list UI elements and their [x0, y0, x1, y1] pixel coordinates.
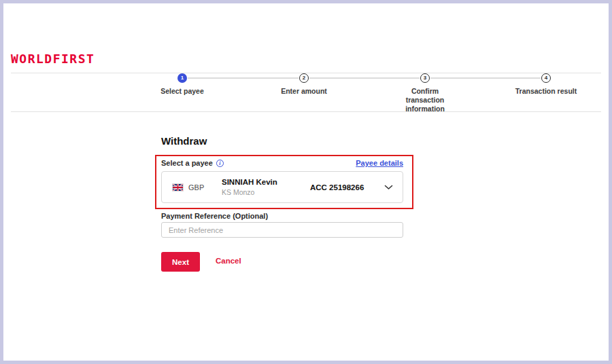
step-4-label: Transaction result — [509, 87, 583, 96]
payee-currency: GBP — [188, 183, 204, 192]
payee-bank: KS Monzo — [222, 188, 310, 196]
payment-reference-label: Payment Reference (Optional) — [161, 212, 268, 220]
withdraw-page: { "brand": { "name": "WORLDFIRST" }, "co… — [0, 0, 612, 364]
payee-name: SINNIAH Kevin — [222, 178, 310, 186]
step-enter-amount: 2 Enter amount — [267, 73, 341, 96]
step-confirm-transaction: 3 Confirm transaction information — [388, 73, 462, 113]
step-4-circle: 4 — [541, 73, 551, 83]
uk-flag-icon — [172, 183, 184, 192]
step-1-circle: 1 — [177, 73, 187, 83]
page-title: Withdraw — [161, 135, 207, 147]
stepper-divider — [11, 111, 601, 112]
chevron-down-icon[interactable] — [384, 185, 403, 190]
info-icon[interactable]: i — [216, 160, 224, 167]
payee-details-link[interactable]: Payee details — [356, 159, 403, 167]
step-3-label: Confirm transaction information — [401, 87, 449, 113]
cancel-button[interactable]: Cancel — [216, 257, 241, 265]
worldfirst-logo: WORLDFIRST — [11, 52, 95, 66]
next-button[interactable]: Next — [161, 252, 200, 272]
step-2-circle: 2 — [299, 73, 309, 83]
step-transaction-result: 4 Transaction result — [509, 73, 583, 96]
payment-reference-input[interactable] — [161, 222, 403, 238]
select-payee-label: Select a payee i — [161, 159, 224, 167]
payee-currency-group: GBP — [162, 183, 222, 192]
payee-select-dropdown[interactable]: GBP SINNIAH Kevin KS Monzo ACC 25198266 — [161, 171, 403, 203]
step-3-circle: 3 — [420, 73, 430, 83]
payee-label-row: Select a payee i Payee details — [161, 159, 403, 167]
step-select-payee: 1 Select payee — [145, 73, 220, 96]
payee-name-group: SINNIAH Kevin KS Monzo — [222, 178, 310, 196]
payee-account: ACC 25198266 — [310, 183, 384, 192]
step-2-label: Enter amount — [267, 87, 341, 96]
select-payee-label-text: Select a payee — [161, 159, 213, 167]
step-1-label: Select payee — [145, 87, 220, 96]
